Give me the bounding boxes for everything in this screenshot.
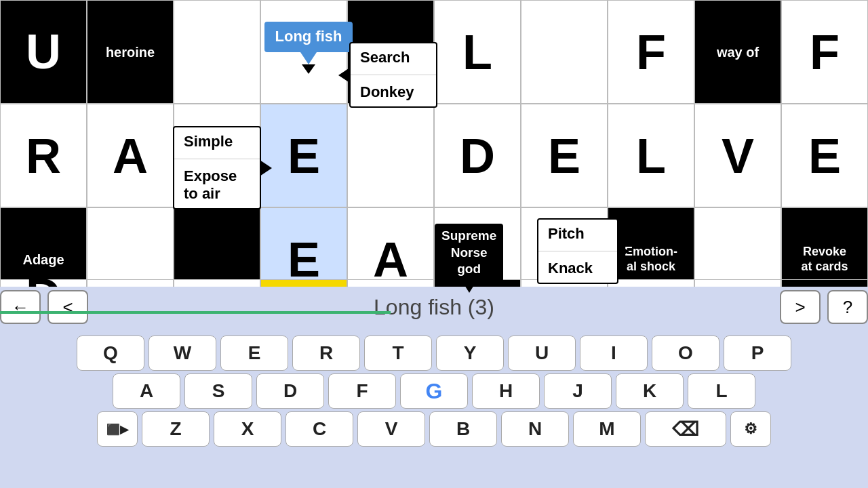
key-A[interactable]: A [113,373,180,409]
help-button[interactable]: ? [827,290,868,324]
key-V[interactable]: V [357,411,425,447]
key-settings[interactable]: ⚙ [730,411,771,447]
key-L[interactable]: L [688,373,755,409]
cell-1-0[interactable]: R [0,104,87,207]
cell-0-2[interactable] [174,0,260,104]
popup-right-arrow-simple [260,160,272,176]
popup-knack[interactable]: Knack [538,254,617,283]
cell-1-7[interactable]: L [608,104,694,207]
popup-left-arrow-pitch [617,243,629,260]
key-backspace[interactable]: ⌫ [645,411,726,447]
key-Q[interactable]: Q [77,336,144,371]
cell-0-6[interactable] [521,0,608,104]
keyboard-row-2: A S D F G H J K L [0,373,868,409]
key-K[interactable]: K [616,373,684,409]
back-button[interactable]: ← [0,290,41,324]
key-P[interactable]: P [724,336,791,371]
key-T[interactable]: T [364,336,432,371]
cell-0-7[interactable]: F [608,0,694,104]
keyboard: Q W E R T Y U I O P A S D F G H J K L ⬛▶… [0,327,868,488]
key-G[interactable]: G [400,373,468,409]
popup-simple[interactable]: Simple [174,127,260,156]
cell-0-5[interactable]: L [434,0,521,104]
popup-pitch-knack: Pitch Knack [537,218,618,284]
key-M[interactable]: M [573,411,641,447]
popup-pitch[interactable]: Pitch [538,220,617,248]
key-D[interactable]: D [256,373,324,409]
cell-0-0[interactable]: U [0,0,87,104]
popup-longfish[interactable]: Long fish [264,22,353,52]
cell-1-1[interactable]: A [87,104,174,207]
keyboard-row-1: Q W E R T Y U I O P [0,336,868,371]
key-O[interactable]: O [652,336,719,371]
popup-left-arrow [338,67,351,83]
cell-1-3[interactable]: E [260,104,347,207]
popup-longfish-arrow [300,52,317,64]
norse-down-arrow [462,282,476,293]
key-W[interactable]: W [149,336,216,371]
cell-1-6[interactable]: E [521,104,608,207]
cell-0-8[interactable]: way of [694,0,781,104]
popup-expose[interactable]: Exposeto air [174,162,260,208]
cell-0-9[interactable]: F [781,0,868,104]
key-Z[interactable]: Z [142,411,210,447]
popup-norse-god: SupremeNorsegod [435,224,503,282]
key-S[interactable]: S [184,373,252,409]
popup-search[interactable]: Search [351,43,436,72]
green-progress-bar [0,311,391,314]
key-U[interactable]: U [508,336,576,371]
key-I[interactable]: I [580,336,648,371]
key-X[interactable]: X [214,411,281,447]
key-Y[interactable]: Y [436,336,504,371]
clue-display: Long fish (3) [95,295,773,320]
cell-1-5[interactable]: D [434,104,521,207]
cell-1-8[interactable]: V [694,104,781,207]
popup-donkey[interactable]: Donkey [351,78,436,106]
key-E[interactable]: E [220,336,288,371]
cell-1-9[interactable]: E [781,104,868,207]
key-B[interactable]: B [429,411,497,447]
prev-clue-button[interactable]: < [47,290,88,324]
key-R[interactable]: R [292,336,360,371]
key-H[interactable]: H [472,373,540,409]
key-C[interactable]: C [285,411,353,447]
keyboard-row-3: ⬛▶ Z X C V B N M ⌫ ⚙ [0,411,868,447]
key-N[interactable]: N [501,411,569,447]
cell-1-4[interactable] [347,104,434,207]
cell-0-1[interactable]: heroine [87,0,174,104]
popup-simple-expose: Simple Exposeto air [173,126,261,209]
next-clue-button[interactable]: > [780,290,821,324]
key-J[interactable]: J [544,373,612,409]
key-special-left[interactable]: ⬛▶ [97,411,138,447]
input-bar: ← < Long fish (3) > ? [0,287,868,327]
key-F[interactable]: F [328,373,396,409]
popup-search-donkey: Search Donkey [349,42,437,108]
